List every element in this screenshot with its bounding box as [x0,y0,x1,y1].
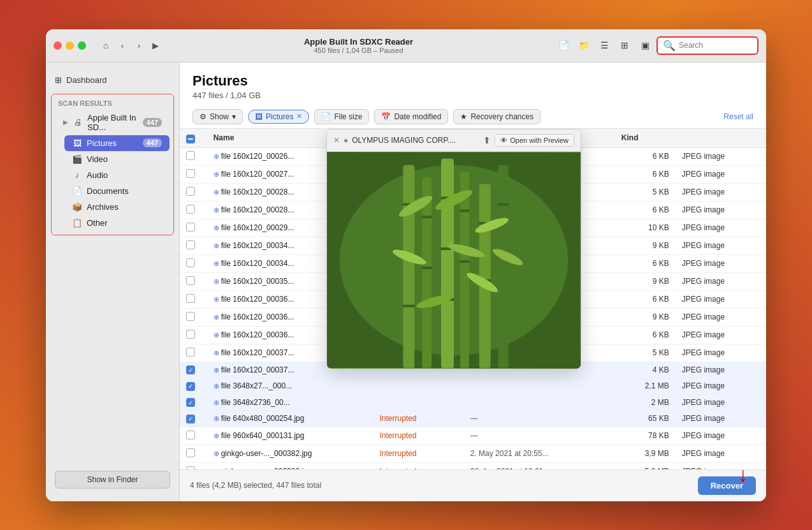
folder-icon-button[interactable]: 📁 [575,36,593,54]
file-type-icon: ⊕ [214,313,219,321]
file-icon-button[interactable]: 📄 [555,36,572,54]
row-checkbox[interactable] [186,258,195,267]
pictures-filter-close[interactable]: ✕ [296,112,302,121]
reset-all-button[interactable]: Reset all [723,112,753,121]
table-row[interactable]: ✓ ⊕file 3648x2736_00... 2 MB JPEG image [180,394,766,411]
row-size: 2,1 MB [615,378,676,395]
row-checkbox-cell[interactable]: ✓ [180,378,207,395]
show-in-finder-button[interactable]: Show in Finder [55,471,170,489]
row-checkbox-cell[interactable] [180,237,207,254]
date-modified-filter-button[interactable]: 📅 Date modified [374,109,448,124]
file-type-icon: ⊕ [214,152,219,160]
row-checkbox-cell[interactable] [180,326,207,344]
search-box[interactable]: 🔍 [656,36,758,55]
file-size-filter-button[interactable]: 📄 File size [314,109,369,124]
close-button[interactable] [54,41,62,50]
row-kind: JPEG image [676,378,766,395]
row-checkbox-cell[interactable] [180,308,207,326]
row-status: Interrupted [373,462,463,469]
row-checkbox[interactable]: ✓ [186,415,195,423]
row-checkbox[interactable] [186,348,195,357]
sidebar-item-dashboard[interactable]: ⊞ Dashboard [46,70,179,90]
back-button[interactable]: ‹ [115,38,129,52]
page-title: Pictures [192,73,753,89]
row-checkbox[interactable] [186,187,195,196]
table-row[interactable]: ⊕ginkgo-user-..._000388.jpg Interrupted … [180,462,766,469]
panel-button[interactable]: ▣ [636,36,654,54]
row-size: 78 KB [615,427,676,445]
row-checkbox-cell[interactable] [180,183,207,201]
share-icon[interactable]: ⬆ [483,135,491,145]
row-checkbox-cell[interactable] [180,290,207,308]
row-date: 2. May 2021 at 20:55... [464,445,615,462]
sidebar-item-pictures[interactable]: 🖼 Pictures 447 [64,135,170,151]
row-checkbox[interactable] [186,151,195,160]
row-checkbox[interactable] [186,240,195,249]
row-checkbox[interactable] [186,294,195,303]
row-checkbox-cell[interactable] [180,147,207,165]
row-checkbox-cell[interactable] [180,254,207,272]
row-checkbox[interactable] [186,223,195,232]
row-checkbox[interactable] [186,312,195,321]
select-all-checkbox[interactable] [186,135,195,144]
row-checkbox-cell[interactable] [180,462,207,469]
sidebar-item-audio[interactable]: ♪ Audio [64,167,170,183]
size-column-header[interactable]: Kind [615,129,676,148]
show-filter-button[interactable]: ⚙ Show ▾ [192,109,243,124]
row-checkbox-cell[interactable] [180,219,207,237]
table-row[interactable]: ⊕file 960x640_000131.jpg Interrupted — 7… [180,427,766,445]
svg-rect-11 [421,216,432,218]
row-checkbox[interactable] [186,169,195,178]
forward-button[interactable]: › [132,38,146,52]
home-button[interactable]: ⌂ [99,38,113,52]
row-checkbox[interactable]: ✓ [186,365,195,374]
recovery-chances-filter-button[interactable]: ★ Recovery chances [453,109,540,124]
row-checkbox[interactable] [186,431,195,439]
sidebar-item-apple-sdxc[interactable]: ▶ 🖨 Apple Built In SD... 447 [55,110,170,135]
row-checkbox[interactable] [186,448,195,457]
sidebar-item-other[interactable]: 📋 Other [64,215,170,231]
row-checkbox-cell[interactable]: ✓ [180,394,207,411]
row-kind: JPEG image [676,394,766,411]
row-checkbox-cell[interactable] [180,165,207,183]
search-input[interactable] [679,41,752,50]
row-checkbox-cell[interactable]: ✓ [180,362,207,378]
row-size: 4 KB [615,362,676,378]
file-type-icon: ⊕ [214,295,219,303]
row-checkbox[interactable] [186,466,195,469]
row-kind: JPEG image [676,362,766,378]
row-checkbox-cell[interactable] [180,201,207,219]
row-size: 6 KB [615,165,676,183]
table-row[interactable]: ✓ ⊕file 3648x27..._000... 2,1 MB JPEG im… [180,378,766,395]
minimize-button[interactable] [66,41,74,50]
table-row[interactable]: ⊕ginkgo-user-..._000382.jpg Interrupted … [180,445,766,462]
list-view-button[interactable]: ☰ [595,36,613,54]
row-checkbox[interactable]: ✓ [186,398,195,407]
row-checkbox-cell[interactable] [180,272,207,290]
row-checkbox-cell[interactable] [180,445,207,462]
row-name: ⊕file 640x480_000254.jpg [207,411,373,427]
calendar-icon: 📅 [381,112,391,121]
row-checkbox[interactable]: ✓ [186,382,195,391]
preview-filename: OLYMPUS IMAGING CORP.... [352,136,479,145]
sidebar-item-archives[interactable]: 📦 Archives [64,199,170,215]
row-checkbox[interactable] [186,276,195,285]
select-all-header[interactable] [180,129,207,148]
grid-view-button[interactable]: ⊞ [616,36,634,54]
play-button[interactable]: ▶ [149,38,163,52]
recover-button[interactable]: Recover [698,476,756,495]
row-checkbox-cell[interactable] [180,344,207,362]
sidebar-item-documents[interactable]: 📄 Documents [64,183,170,199]
row-checkbox[interactable] [186,330,195,339]
row-checkbox-cell[interactable] [180,427,207,445]
maximize-button[interactable] [78,41,86,50]
sidebar-item-video[interactable]: 🎬 Video [64,151,170,167]
row-checkbox-cell[interactable]: ✓ [180,411,207,427]
table-row[interactable]: ✓ ⊕file 640x480_000254.jpg Interrupted —… [180,411,766,427]
row-checkbox[interactable] [186,205,195,214]
row-size: 6 KB [615,254,676,272]
open-with-preview-button[interactable]: 👁 Open with Preview [495,134,574,147]
preview-close-button[interactable]: ✕ [333,136,340,145]
pictures-filter-tag[interactable]: 🖼 Pictures ✕ [248,110,309,124]
row-size: 2 MB [615,394,676,411]
